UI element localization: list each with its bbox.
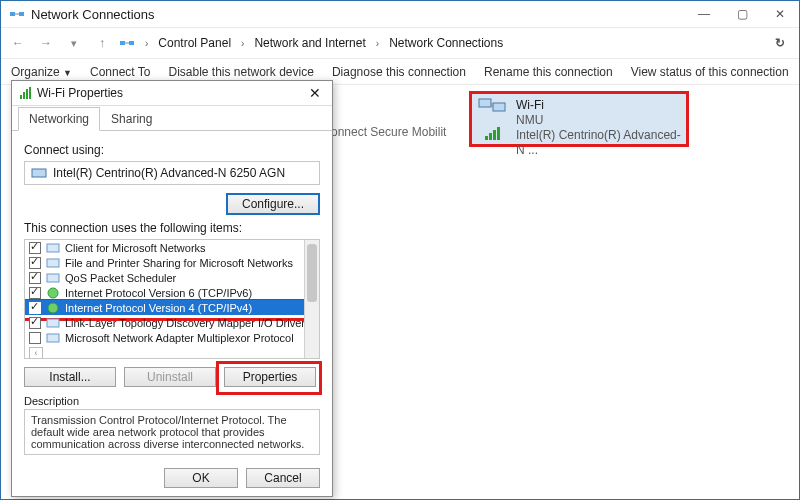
list-scrollbar[interactable] (304, 240, 319, 358)
item-label: Microsoft Network Adapter Multiplexor Pr… (65, 332, 294, 344)
cmd-view-status[interactable]: View status of this connection (631, 65, 789, 79)
network-icon (119, 35, 135, 51)
tab-networking[interactable]: Networking (18, 107, 100, 131)
svg-rect-4 (479, 99, 491, 107)
cmd-connect-to[interactable]: Connect To (90, 65, 151, 79)
svg-rect-2 (120, 41, 125, 45)
svg-rect-8 (47, 259, 59, 267)
wifi-tile-adapter: Intel(R) Centrino(R) Advanced-N ... (516, 128, 682, 158)
breadcrumb-sep: › (237, 38, 248, 49)
nav-up-button[interactable]: ↑ (91, 32, 113, 54)
tab-sharing[interactable]: Sharing (100, 107, 163, 131)
wifi-tile-icons (476, 98, 508, 140)
svg-rect-0 (10, 12, 15, 16)
list-item[interactable]: QoS Packet Scheduler (25, 270, 305, 285)
dialog-title: Wi-Fi Properties (37, 86, 123, 100)
item-checkbox[interactable] (29, 302, 41, 314)
list-item[interactable]: Microsoft Network Adapter Multiplexor Pr… (25, 330, 305, 345)
connection-items-list[interactable]: Client for Microsoft Networks File and P… (24, 239, 320, 359)
dialog-footer: OK Cancel (152, 468, 332, 488)
uninstall-button: Uninstall (124, 367, 216, 387)
breadcrumb-bar: ← → ▾ ↑ › Control Panel › Network and In… (1, 28, 799, 59)
list-item[interactable]: Link-Layer Topology Discovery Mapper I/O… (25, 315, 305, 330)
nav-recent-dropdown[interactable]: ▾ (63, 32, 85, 54)
nav-refresh-button[interactable]: ↻ (775, 36, 785, 50)
svg-rect-5 (493, 103, 505, 111)
adapter-name: Intel(R) Centrino(R) Advanced-N 6250 AGN (53, 166, 285, 180)
item-checkbox[interactable] (29, 272, 41, 284)
cancel-button[interactable]: Cancel (246, 468, 320, 488)
network-icon (9, 6, 25, 22)
svg-rect-6 (32, 169, 46, 177)
protocol-icon (45, 300, 61, 316)
nav-back-button[interactable]: ← (7, 32, 29, 54)
item-checkbox[interactable] (29, 317, 41, 329)
breadcrumb-sep: › (141, 38, 152, 49)
network-connections-window: Network Connections — ▢ ✕ ← → ▾ ↑ › Cont… (0, 0, 800, 500)
item-checkbox[interactable] (29, 287, 41, 299)
cmd-disable-device[interactable]: Disable this network device (168, 65, 313, 79)
svg-rect-1 (19, 12, 24, 16)
wifi-mini-icon (20, 87, 31, 99)
close-window-button[interactable]: ✕ (761, 1, 799, 27)
properties-button[interactable]: Properties (224, 367, 316, 387)
svg-point-10 (48, 288, 58, 298)
svg-rect-13 (47, 334, 59, 342)
ok-button[interactable]: OK (164, 468, 238, 488)
nav-forward-button[interactable]: → (35, 32, 57, 54)
item-label: Client for Microsoft Networks (65, 242, 206, 254)
breadcrumb-item[interactable]: Network Connections (389, 36, 503, 50)
dialog-close-button[interactable]: ✕ (306, 84, 324, 102)
dialog-body: Connect using: Intel(R) Centrino(R) Adva… (12, 131, 332, 463)
minimize-button[interactable]: — (685, 1, 723, 27)
item-checkbox[interactable] (29, 257, 41, 269)
breadcrumb-item[interactable]: Control Panel (158, 36, 231, 50)
item-label: QoS Packet Scheduler (65, 272, 176, 284)
svg-rect-7 (47, 244, 59, 252)
component-icon (45, 255, 61, 271)
scroll-thumb[interactable] (307, 244, 317, 302)
svg-rect-12 (47, 319, 59, 327)
list-scroll-left[interactable]: ‹ (25, 345, 305, 359)
adapter-icon (31, 165, 47, 181)
cmd-organize[interactable]: Organize ▼ (11, 65, 72, 79)
adapter-display: Intel(R) Centrino(R) Advanced-N 6250 AGN (24, 161, 320, 185)
list-item[interactable]: File and Printer Sharing for Microsoft N… (25, 255, 305, 270)
svg-point-11 (48, 303, 58, 313)
titlebar: Network Connections — ▢ ✕ (1, 1, 799, 28)
install-button[interactable]: Install... (24, 367, 116, 387)
list-item[interactable]: Client for Microsoft Networks (25, 240, 305, 255)
item-label: Internet Protocol Version 6 (TCP/IPv6) (65, 287, 252, 299)
maximize-button[interactable]: ▢ (723, 1, 761, 27)
description-text: Transmission Control Protocol/Internet P… (24, 409, 320, 455)
list-item[interactable]: Internet Protocol Version 6 (TCP/IPv6) (25, 285, 305, 300)
dialog-tabs: Networking Sharing (12, 106, 332, 131)
wifi-signal-icon (485, 126, 500, 140)
items-label: This connection uses the following items… (24, 221, 320, 235)
window-controls: — ▢ ✕ (685, 1, 799, 27)
dialog-titlebar: Wi-Fi Properties ✕ (12, 81, 332, 106)
description-label: Description (24, 395, 320, 407)
wifi-tile-ssid: NMU (516, 113, 682, 128)
component-icon (45, 315, 61, 331)
breadcrumb-sep: › (372, 38, 383, 49)
breadcrumb-item[interactable]: Network and Internet (254, 36, 365, 50)
component-icon (45, 240, 61, 256)
cmd-diagnose[interactable]: Diagnose this connection (332, 65, 466, 79)
svg-rect-3 (129, 41, 134, 45)
item-checkbox[interactable] (29, 332, 41, 344)
configure-button[interactable]: Configure... (226, 193, 320, 215)
wifi-properties-dialog: Wi-Fi Properties ✕ Networking Sharing Co… (11, 80, 333, 497)
protocol-icon (45, 285, 61, 301)
cmd-rename[interactable]: Rename this connection (484, 65, 613, 79)
component-icon (45, 330, 61, 346)
item-label: Internet Protocol Version 4 (TCP/IPv4) (65, 302, 252, 314)
list-item-selected[interactable]: Internet Protocol Version 4 (TCP/IPv4) (25, 300, 305, 315)
network-adapter-icon (478, 98, 506, 120)
item-label: File and Printer Sharing for Microsoft N… (65, 257, 293, 269)
item-checkbox[interactable] (29, 242, 41, 254)
content-area: onnect Secure Mobilit Wi-Fi NMU Intel(R)… (1, 85, 799, 500)
wifi-tile-name: Wi-Fi (516, 98, 682, 113)
connection-tile-wifi[interactable]: Wi-Fi NMU Intel(R) Centrino(R) Advanced-… (469, 91, 689, 147)
wifi-tile-text: Wi-Fi NMU Intel(R) Centrino(R) Advanced-… (516, 98, 682, 140)
